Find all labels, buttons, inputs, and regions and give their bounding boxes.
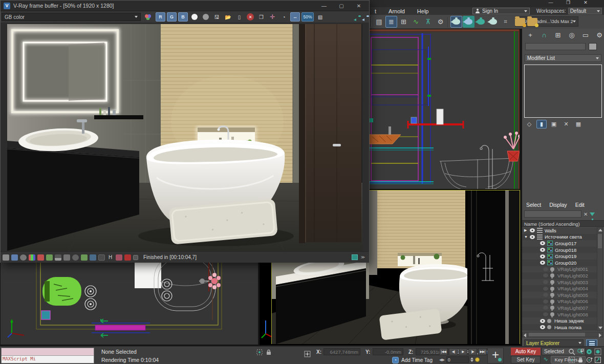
schematic-view-icon[interactable]: ⊼ <box>422 16 434 28</box>
play-button[interactable]: ▶ <box>459 348 467 355</box>
frame-step-icon[interactable]: ◀▶ <box>439 358 445 362</box>
maxscript-mini-listener[interactable]: MAXScript Mi <box>1 348 94 363</box>
scroll-right-icon[interactable] <box>599 333 601 337</box>
workspace-dropdown[interactable]: Default <box>568 8 602 14</box>
green-channel-button[interactable]: G <box>167 12 177 22</box>
expand-panel-icon[interactable]: ≫ <box>361 255 365 260</box>
tree-item[interactable]: VRayLight002 <box>522 272 597 279</box>
duplicate-window-button[interactable]: ❒ <box>256 12 266 22</box>
clear-search-icon[interactable]: ✕ <box>584 211 588 217</box>
icc-profile-icon[interactable]: H <box>107 254 114 261</box>
tree-vertical-scrollbar[interactable] <box>597 227 603 331</box>
explorer-menu-item[interactable]: Display <box>549 202 567 208</box>
scroll-left-icon[interactable] <box>524 333 526 337</box>
visibility-eye-icon[interactable] <box>540 248 545 252</box>
tree-item[interactable]: VRayLight004 <box>522 285 597 292</box>
copy-to-clipboard-button[interactable]: ▯ <box>234 12 244 22</box>
zoom-all-icon[interactable] <box>576 348 585 356</box>
force-rgb-icon[interactable] <box>3 254 9 261</box>
swatch-a-icon[interactable] <box>37 254 44 261</box>
tree-item[interactable]: VRayLight003 <box>522 279 597 286</box>
pixel-info-icon[interactable] <box>133 255 138 260</box>
alpha-channel-button[interactable] <box>189 12 199 22</box>
visibility-eye-icon[interactable] <box>543 287 548 291</box>
orbit-icon[interactable] <box>585 356 593 364</box>
tab-create[interactable]: + <box>524 30 536 40</box>
go-to-start-button[interactable]: |◀◀ <box>439 348 448 355</box>
curve-correction-icon[interactable] <box>90 254 96 261</box>
configure-modifier-sets-button[interactable]: ▦ <box>573 120 584 129</box>
tree-item[interactable]: VRayLight001 <box>522 266 597 273</box>
scene-explorer-icon[interactable]: ▤ <box>373 16 385 28</box>
scrollbar-thumb[interactable] <box>598 234 602 248</box>
save-image-button[interactable]: 🖫 <box>212 12 222 22</box>
prev-frame-button[interactable]: ◀| <box>449 348 458 355</box>
visibility-eye-icon[interactable] <box>540 241 545 245</box>
object-name-input[interactable] <box>525 43 586 50</box>
pin-stack-button[interactable]: ◇ <box>524 120 534 129</box>
vfb-titlebar[interactable]: V V-Ray frame buffer - [50% of 1920 x 12… <box>1 1 369 11</box>
zoom-extents-icon[interactable] <box>585 348 593 356</box>
clear-image-button[interactable]: ✕ <box>247 13 254 20</box>
pan-hand-icon[interactable] <box>576 356 585 364</box>
remove-modifier-button[interactable]: ✕ <box>561 120 571 129</box>
zoom-icon[interactable] <box>567 348 576 356</box>
tree-item[interactable]: Group020 <box>522 260 597 266</box>
visibility-eye-icon[interactable] <box>543 306 548 310</box>
isolate-selection-icon[interactable] <box>256 349 263 355</box>
filter-icon[interactable] <box>590 212 595 216</box>
expand-arrow-icon[interactable]: ▶ <box>524 228 530 232</box>
stop-icon[interactable] <box>124 254 131 261</box>
set-keys-button[interactable]: + <box>487 348 504 363</box>
rgb-columns-icon[interactable] <box>29 254 35 261</box>
visibility-eye-icon[interactable] <box>530 228 535 232</box>
absolute-mode-icon[interactable] <box>304 351 311 357</box>
y-coordinate-field[interactable]: -0,0mm <box>373 348 403 355</box>
follow-render-button[interactable]: ◔ <box>279 12 289 22</box>
selection-lock-icon[interactable] <box>265 349 272 355</box>
layer-explorer-icon[interactable]: ≣ <box>385 16 397 28</box>
menu-item[interactable]: Help <box>411 8 435 14</box>
scroll-up-icon[interactable] <box>598 229 602 231</box>
visibility-eye-icon[interactable] <box>540 325 545 329</box>
explorer-menu-item[interactable]: Select <box>526 202 541 208</box>
rendered-image[interactable] <box>7 24 362 251</box>
current-frame-field[interactable]: 0 <box>446 356 469 363</box>
maximize-button[interactable]: ❐ <box>563 0 573 5</box>
menu-item[interactable]: t <box>369 8 382 14</box>
rendered-frame-window-icon[interactable] <box>450 16 462 28</box>
minimize-button[interactable]: — <box>546 0 556 5</box>
key-mode-icon[interactable] <box>475 357 480 362</box>
tab-utilities[interactable]: ⚙ <box>593 30 604 40</box>
state-sets-icon[interactable]: ⌗ <box>500 16 511 28</box>
visibility-eye-icon[interactable] <box>543 280 548 284</box>
tree-item[interactable]: Group017 <box>522 240 597 247</box>
render-online-icon[interactable] <box>487 16 499 28</box>
track-mouse-button[interactable]: ✛ <box>268 12 277 22</box>
visibility-eye-icon[interactable] <box>530 235 535 239</box>
next-frame-button[interactable]: |▶ <box>468 348 477 355</box>
key-filter-curve-icon[interactable]: ∿ <box>542 356 550 363</box>
visibility-eye-icon[interactable] <box>543 293 548 297</box>
tree-item[interactable]: VRayLight006 <box>522 298 597 305</box>
menu-item[interactable]: Arnold <box>382 8 411 14</box>
visibility-eye-icon[interactable] <box>543 273 548 277</box>
vfb-maximize-button[interactable]: ▢ <box>334 3 349 9</box>
load-image-button[interactable]: 📂 <box>223 12 233 22</box>
tree-item[interactable]: VRayLight005 <box>522 292 597 298</box>
tree-item[interactable]: Ниша полка <box>522 324 597 331</box>
scroll-down-icon[interactable] <box>598 327 602 329</box>
scrollbar-thumb[interactable] <box>529 333 585 336</box>
tree-horizontal-scrollbar[interactable] <box>522 332 603 337</box>
curve-editor-icon[interactable]: ∿ <box>410 16 422 28</box>
visibility-eye-icon[interactable] <box>543 299 548 304</box>
visibility-eye-icon[interactable] <box>540 319 545 323</box>
settings-gear-icon[interactable] <box>72 254 79 261</box>
red-channel-button[interactable]: R <box>156 12 165 22</box>
srgb-toggle-icon[interactable] <box>98 254 105 261</box>
tab-modify[interactable]: ∩ <box>538 30 550 40</box>
go-to-end-button[interactable]: ▶▶| <box>478 348 487 355</box>
monochrome-button[interactable] <box>201 12 210 22</box>
tree-item[interactable]: VRayLight008 <box>522 311 597 318</box>
frame-spinner[interactable] <box>470 357 473 362</box>
